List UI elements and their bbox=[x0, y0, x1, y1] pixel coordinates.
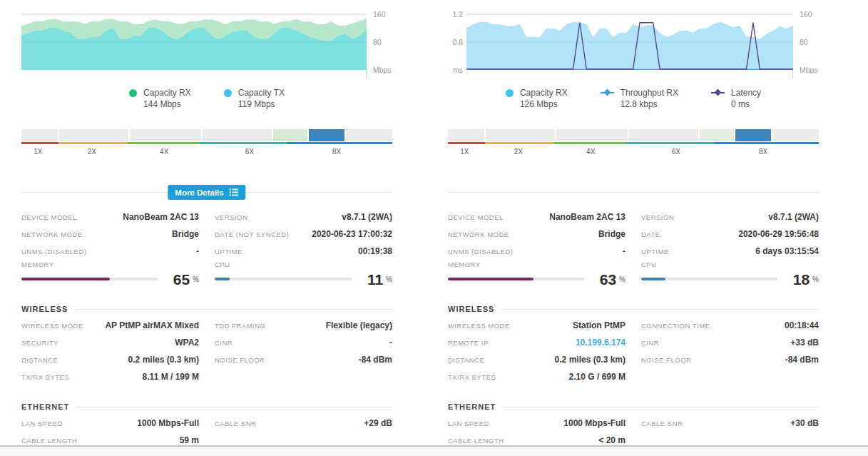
scale-segment-plain bbox=[203, 129, 272, 141]
meter-label: CPU bbox=[215, 260, 392, 268]
axis-tick: 1.2 bbox=[452, 10, 463, 19]
scale-label: 4X bbox=[160, 148, 168, 156]
field-label: DATE bbox=[641, 230, 660, 238]
cpu-meter-fill bbox=[641, 278, 665, 280]
axis-unit: Mbps bbox=[800, 66, 818, 74]
more-details-button[interactable]: More Details bbox=[168, 185, 245, 200]
field-uptime: UPTIME 6 days 03:15:54 bbox=[641, 243, 819, 260]
scale-segment-tint2 bbox=[700, 129, 734, 141]
memory-meter-fill bbox=[448, 278, 533, 280]
scale-border-segment bbox=[626, 142, 715, 144]
axis-tick: 80 bbox=[800, 38, 808, 46]
field-value: Bridge bbox=[598, 229, 626, 239]
meter-label: CPU bbox=[641, 260, 819, 268]
scale-border-segment bbox=[128, 142, 199, 144]
field-network-mode: NETWORK MODE Bridge bbox=[448, 226, 626, 243]
cpu-percent: 18 bbox=[793, 272, 810, 287]
field-label: REMOTE IP bbox=[448, 339, 489, 347]
scale-segment-active bbox=[309, 129, 344, 141]
cpu-meter-fill bbox=[215, 278, 230, 280]
field-value: 0.2 miles (0.3 km) bbox=[128, 355, 199, 365]
percent-sign: % bbox=[193, 275, 199, 283]
meters-grid: MEMORY 63 % CPU 18 % bbox=[448, 260, 819, 288]
scale-segment-plain bbox=[556, 129, 628, 141]
airmax-capacity-bar: 1X2X4X6X8X bbox=[448, 129, 819, 158]
field-noise-floor: NOISE FLOOR -84 dBm bbox=[641, 351, 819, 368]
field-value: Flexible (legacy) bbox=[326, 320, 392, 330]
memory-meter-track bbox=[448, 278, 584, 280]
latency-marker-icon bbox=[711, 88, 725, 97]
cpu-meter: CPU 11 % bbox=[215, 260, 392, 288]
wireless-section-header: WIRELESS bbox=[21, 301, 392, 317]
field-label: NOISE FLOOR bbox=[215, 356, 265, 364]
scale-segment-plain bbox=[21, 129, 58, 141]
axis-tick: 80 bbox=[373, 38, 382, 46]
field-distance: DISTANCE 0.2 miles (0.3 km) bbox=[448, 351, 626, 368]
chart-plot-area bbox=[466, 7, 793, 78]
chart-legend: Capacity RX 144 Mbps Capacity TX 119 Mbp… bbox=[21, 87, 392, 110]
legend-text: Latency 0 ms bbox=[731, 87, 761, 110]
divider bbox=[75, 309, 392, 310]
field-cable-snr: CABLE SNR +29 dB bbox=[215, 415, 392, 432]
field-label: TDD FRAMING bbox=[215, 322, 265, 330]
field-cinr: CINR +33 dB bbox=[641, 334, 819, 351]
field-value: 1000 Mbps-Full bbox=[563, 418, 626, 428]
scale-label: 1X bbox=[34, 148, 42, 156]
field-cable-snr: CABLE SNR +30 dB bbox=[641, 415, 819, 432]
divider-row: More Details bbox=[21, 185, 392, 200]
meter-label: MEMORY bbox=[448, 260, 626, 268]
more-details-label: More Details bbox=[175, 188, 223, 197]
field-value: +29 dB bbox=[364, 418, 392, 428]
divider bbox=[76, 407, 392, 407]
section-title: ETHERNET bbox=[21, 402, 69, 411]
ethernet-section-header: ETHERNET bbox=[448, 399, 819, 415]
scale-border-segment bbox=[199, 142, 288, 144]
legend-capacity-rx[interactable]: Capacity RX 126 Mbps bbox=[506, 87, 568, 110]
axis-unit: ms bbox=[453, 66, 463, 74]
remote-ip-link[interactable]: 10.199.6.174 bbox=[576, 338, 626, 348]
legend-capacity-rx[interactable]: Capacity RX 144 Mbps bbox=[129, 87, 191, 110]
axis-tick: 0.6 bbox=[452, 38, 463, 46]
scale-label: 8X bbox=[332, 148, 341, 156]
scale-border-segment bbox=[554, 142, 626, 144]
field-value: 0.2 miles (0.3 km) bbox=[555, 355, 626, 365]
field-value: -84 dBm bbox=[359, 355, 392, 365]
field-value: - bbox=[623, 246, 626, 256]
memory-percent: 65 bbox=[173, 272, 190, 287]
field-label: VERSION bbox=[215, 213, 247, 221]
empty-cell bbox=[641, 368, 819, 385]
percent-sign: % bbox=[619, 275, 626, 283]
field-tdd-framing: TDD FRAMING Flexible (legacy) bbox=[215, 317, 392, 334]
scale-segment-plain bbox=[629, 129, 699, 141]
ethernet-grid: LAN SPEED 1000 Mbps-Full CABLE SNR +29 d… bbox=[21, 415, 392, 449]
list-icon bbox=[230, 188, 239, 196]
field-remote-ip: REMOTE IP 10.199.6.174 bbox=[448, 334, 626, 351]
field-label: NETWORK MODE bbox=[448, 230, 509, 238]
right-axis-labels: 160 80 Mbps bbox=[793, 7, 819, 78]
legend-latency[interactable]: Latency 0 ms bbox=[711, 87, 761, 110]
legend-series-name: Throughput RX bbox=[621, 87, 678, 98]
field-label: CABLE LENGTH bbox=[448, 437, 504, 445]
field-value: -84 dBm bbox=[785, 355, 819, 365]
scale-segment-plain bbox=[486, 129, 555, 141]
divider bbox=[501, 309, 819, 310]
divider bbox=[448, 192, 819, 193]
field-label: DISTANCE bbox=[21, 356, 58, 364]
field-label: UPTIME bbox=[641, 248, 669, 255]
field-label: SECURITY bbox=[21, 339, 58, 347]
cpu-meter-track bbox=[641, 278, 777, 280]
capacity-rx-dot-icon bbox=[506, 89, 514, 97]
scale-label: 4X bbox=[586, 148, 595, 156]
scale-segment-plain bbox=[772, 129, 819, 141]
field-label: NETWORK MODE bbox=[21, 230, 83, 238]
field-value: < 20 m bbox=[598, 435, 626, 445]
legend-throughput-rx[interactable]: Throughput RX 12.8 kbps bbox=[601, 87, 678, 110]
field-label: DEVICE MODEL bbox=[21, 213, 77, 221]
scale-label: 8X bbox=[759, 148, 767, 156]
scale-label: 2X bbox=[514, 148, 523, 156]
section-title: WIRELESS bbox=[21, 305, 68, 313]
field-label: UNMS (DISABLED) bbox=[21, 248, 86, 255]
scale-segment-active bbox=[735, 129, 771, 141]
legend-capacity-tx[interactable]: Capacity TX 119 Mbps bbox=[224, 87, 285, 110]
legend-series-value: 144 Mbps bbox=[143, 98, 191, 110]
